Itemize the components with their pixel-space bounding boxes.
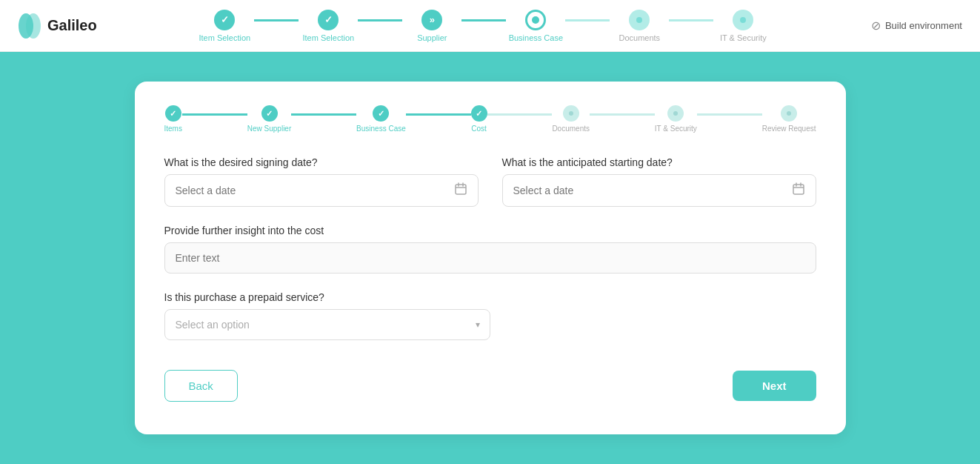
top-step-label-2: Item Selection (302, 33, 354, 42)
inner-label-review-request: Review Request (762, 125, 816, 133)
prepaid-select[interactable]: Select an option Yes No (164, 309, 490, 340)
signing-date-label: What is the desired signing date? (164, 156, 479, 168)
logo: Galileo (18, 13, 97, 39)
top-connector-3 (461, 19, 506, 21)
inner-step-business-case: Business Case (356, 105, 406, 133)
inner-step-cost: Cost (471, 105, 487, 133)
inner-circle-documents (563, 105, 579, 122)
top-step-business-case: Business Case (506, 10, 565, 42)
inner-step-new-supplier: New Supplier (247, 105, 291, 133)
top-step-label-5: Documents (619, 33, 660, 42)
logo-icon (18, 13, 41, 39)
top-connector-1 (254, 19, 299, 21)
inner-conn-3 (406, 113, 471, 116)
inner-circle-items (165, 105, 181, 122)
inner-circle-new-supplier (261, 105, 278, 122)
next-button[interactable]: Next (733, 371, 816, 401)
signing-date-input-wrapper[interactable] (164, 174, 479, 207)
top-nav: Galileo Item Selection Item Selection Su… (0, 0, 980, 52)
prepaid-group: Is this purchase a prepaid service? Sele… (164, 291, 816, 340)
signing-date-input[interactable] (176, 185, 454, 196)
starting-date-input[interactable] (513, 185, 792, 196)
inner-circle-cost (471, 105, 487, 122)
inner-label-items: Items (164, 125, 182, 133)
top-step-circle-2 (318, 10, 339, 30)
top-step-circle-1 (214, 10, 235, 30)
back-button[interactable]: Back (164, 370, 238, 402)
inner-conn-5 (590, 113, 655, 116)
inner-circle-it-security (667, 105, 684, 122)
top-step-item-selection-1: Item Selection (195, 10, 254, 42)
starting-date-group: What is the anticipated starting date? (502, 156, 816, 207)
top-step-label-4: Business Case (509, 33, 563, 42)
top-step-label-3: Supplier (417, 33, 447, 42)
inner-conn-4 (487, 113, 553, 116)
inner-step-items: Items (164, 105, 182, 133)
starting-date-input-wrapper[interactable] (502, 174, 816, 207)
top-step-circle-3 (421, 10, 442, 30)
svg-point-1 (26, 13, 41, 39)
top-step-it-security: IT & Security (713, 10, 773, 42)
inner-stepper: Items New Supplier Business Case Cost (164, 105, 816, 133)
cost-insight-input[interactable] (164, 242, 816, 274)
build-env-icon: ⊘ (871, 19, 881, 33)
date-row: What is the desired signing date? What i… (164, 156, 816, 207)
starting-date-label: What is the anticipated starting date? (502, 156, 816, 168)
top-stepper: Item Selection Item Selection Supplier B… (195, 10, 773, 42)
inner-circle-business-case (373, 105, 389, 122)
prepaid-label: Is this purchase a prepaid service? (164, 291, 816, 303)
calendar-icon-signing[interactable] (454, 182, 467, 199)
calendar-icon-starting[interactable] (792, 182, 805, 199)
page-background: Items New Supplier Business Case Cost (0, 52, 980, 464)
inner-circle-review-request (781, 105, 797, 122)
inner-conn-1 (182, 113, 247, 116)
top-step-circle-5 (629, 10, 650, 30)
inner-label-documents: Documents (552, 125, 590, 133)
inner-step-documents: Documents (552, 105, 590, 133)
inner-step-it-security: IT & Security (655, 105, 697, 133)
top-step-circle-6 (733, 10, 753, 30)
top-step-label-6: IT & Security (720, 33, 767, 42)
app-name: Galileo (47, 17, 97, 34)
top-connector-5 (669, 19, 713, 21)
top-step-circle-4 (525, 10, 546, 30)
prepaid-select-wrapper[interactable]: Select an option Yes No ▾ (164, 309, 490, 340)
inner-label-cost: Cost (471, 125, 487, 133)
build-environment: ⊘ Build environment (871, 19, 962, 33)
top-connector-4 (565, 19, 610, 21)
signing-date-group: What is the desired signing date? (164, 156, 479, 207)
svg-rect-2 (456, 185, 466, 194)
top-step-label-1: Item Selection (199, 33, 250, 42)
build-env-label: Build environment (885, 20, 962, 31)
main-card: Items New Supplier Business Case Cost (135, 82, 846, 434)
cost-insight-label: Provide further insight into the cost (164, 225, 816, 236)
top-step-supplier: Supplier (402, 10, 461, 42)
inner-label-business-case: Business Case (356, 125, 406, 133)
top-step-documents: Documents (610, 10, 669, 42)
card-footer: Back Next (164, 370, 816, 402)
cost-insight-group: Provide further insight into the cost (164, 225, 816, 274)
inner-label-it-security: IT & Security (655, 125, 697, 133)
top-step-item-selection-2: Item Selection (299, 10, 358, 42)
inner-label-new-supplier: New Supplier (247, 125, 291, 133)
inner-conn-6 (697, 113, 762, 116)
inner-step-review-request: Review Request (762, 105, 816, 133)
svg-rect-6 (793, 185, 804, 194)
inner-conn-2 (291, 113, 356, 116)
top-connector-2 (358, 19, 402, 21)
